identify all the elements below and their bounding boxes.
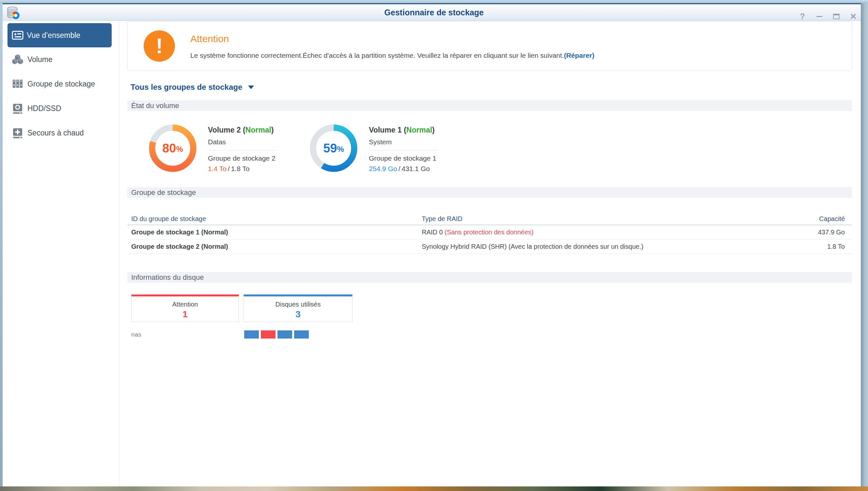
minimize-icon [816,16,822,17]
window-border-right [861,3,868,486]
volume-used: 1.4 To [208,165,227,172]
main-content: ! Attention Le système fonctionne correc… [119,21,861,486]
disk-slot[interactable] [244,330,259,339]
sidebar-item-groupe-de-stockage[interactable]: Groupe de stockage [3,72,119,96]
disks-used-card: Disques utilisés 3 [243,294,353,322]
filter-label: Tous les groupes de stockage [130,83,242,92]
volume-status: Normal [245,126,271,134]
raid-warning: (Sans protection des données) [445,229,533,236]
group-status: Normal [203,229,226,236]
group-status: Normal [203,243,226,250]
sidebar-item-secours-a-chaud[interactable]: Secours à chaud [3,121,119,145]
alert-message: Le système fonctionne correctement.Échec… [190,52,594,59]
volume-details: Volume 1 (Normal) System Groupe de stock… [369,124,439,173]
storage-group-icon [12,78,24,90]
capacity-cell: 1.8 To [787,243,852,251]
disk-attention-card: Attention 1 [131,294,239,322]
column-header-capacity: Capacité [787,215,852,223]
help-button[interactable]: ? [799,12,806,20]
hdd-icon [12,103,24,115]
table-row: Groupe de stockage 1 (Normal) RAID 0 (Sa… [127,225,852,240]
desktop-background-top [0,0,868,3]
sidebar-item-label: Groupe de stockage [27,80,95,88]
volume-description: System [369,138,439,146]
raid-type-cell: Synology Hybrid RAID (SHR) (Avec la prot… [422,243,787,251]
minimize-button[interactable] [816,12,823,20]
volume-capacity: 1.4 To/1.8 To [208,165,278,173]
volume-percent: 59% [309,124,358,173]
disk-slot-row [244,330,309,339]
volume-description: Datas [208,138,278,146]
system-alert-panel: ! Attention Le système fonctionne correc… [127,21,852,71]
sidebar-item-volume[interactable]: Volume [3,47,119,72]
window-title: Gestionnaire de stockage [0,4,868,21]
disk-slot[interactable] [294,330,309,339]
volume-total: 431.1 Go [401,165,429,172]
close-button[interactable]: ✕ [850,12,857,20]
window-border-left [0,3,3,486]
volume-used: 254.9 Go [369,165,397,172]
close-icon: ✕ [850,12,857,21]
storage-manager-window: Gestionnaire de stockage ? ✕ Vue d’ensem… [0,0,868,491]
table-row: Groupe de stockage 2 (Normal) Synology H… [127,240,852,254]
volume-capacity: 254.9 Go/431.1 Go [369,165,439,173]
disk-slot[interactable] [277,330,292,339]
divider [208,150,276,150]
chevron-down-icon [248,86,254,89]
card-label: Disques utilisés [244,301,352,308]
maximize-button[interactable] [833,12,840,20]
card-value: 1 [131,309,239,320]
raid-type-cell: RAID 0 (Sans protection des données) [422,229,787,236]
alert-title: Attention [190,33,229,45]
divider [369,150,438,150]
volume-storage-group: Groupe de stockage 2 [208,154,278,162]
storage-manager-app-icon [6,5,21,21]
repair-link[interactable]: (Réparer) [564,52,594,59]
volume-usage-donut: 59% [309,124,358,173]
table-header-row: ID du groupe de stockage Type de RAID Ca… [127,213,852,225]
sidebar-item-label: Volume [27,55,53,64]
disk-slot[interactable] [261,330,275,339]
storage-group-id: Groupe de stockage 1 (Normal) [127,229,422,236]
sidebar-item-label: Vue d’ensemble [27,31,80,40]
hot-spare-icon [12,127,24,139]
capacity-cell: 437.9 Go [787,229,852,236]
storage-group-filter-dropdown[interactable]: Tous les groupes de stockage [130,83,254,92]
storage-group-table: ID du groupe de stockage Type de RAID Ca… [127,213,852,254]
column-header-id: ID du groupe de stockage [127,215,422,223]
volume-title: Volume 2 (Normal) [208,126,278,135]
card-value: 3 [244,309,352,320]
section-volume-status: État du volume [127,100,852,111]
alert-message-text: Le système fonctionne correctement.Échec… [190,52,564,59]
host-name: nas [131,330,141,339]
volume-title: Volume 1 (Normal) [369,126,439,135]
sidebar-items: Volume Groupe de stockage [3,47,119,145]
desktop-wallpaper-strip [0,486,868,491]
section-storage-group: Groupe de stockage [127,187,852,198]
volume-total: 1.8 To [231,165,250,172]
column-header-raid-type: Type de RAID [422,215,787,223]
volume-percent: 80% [148,124,197,173]
warning-icon: ! [144,30,175,62]
sidebar-item-label: Secours à chaud [27,128,84,138]
volume-details: Volume 2 (Normal) Datas Groupe de stocka… [208,124,278,173]
storage-group-id: Groupe de stockage 2 (Normal) [127,243,422,251]
volume-usage-donut: 80% [148,124,197,173]
card-label: Attention [131,301,239,308]
sidebar: Vue d’ensemble Volume [3,21,119,486]
sidebar-item-label: HDD/SSD [27,104,61,113]
sidebar-item-vue-densemble[interactable]: Vue d’ensemble [7,23,112,47]
titlebar[interactable]: Gestionnaire de stockage ? ✕ [0,3,868,21]
maximize-icon [833,14,840,19]
help-icon: ? [800,12,805,21]
volume-storage-group: Groupe de stockage 1 [369,154,439,162]
volume-cubes-icon [12,54,24,66]
sidebar-item-hdd-ssd[interactable]: HDD/SSD [3,96,119,121]
section-disk-info: Informations du disque [127,272,852,283]
volume-card: 80% Volume 2 (Normal) Datas Groupe de st… [148,124,278,173]
volume-card: 59% Volume 1 (Normal) System Groupe de s… [309,124,439,173]
volume-status: Normal [407,126,432,134]
overview-icon [12,29,24,41]
